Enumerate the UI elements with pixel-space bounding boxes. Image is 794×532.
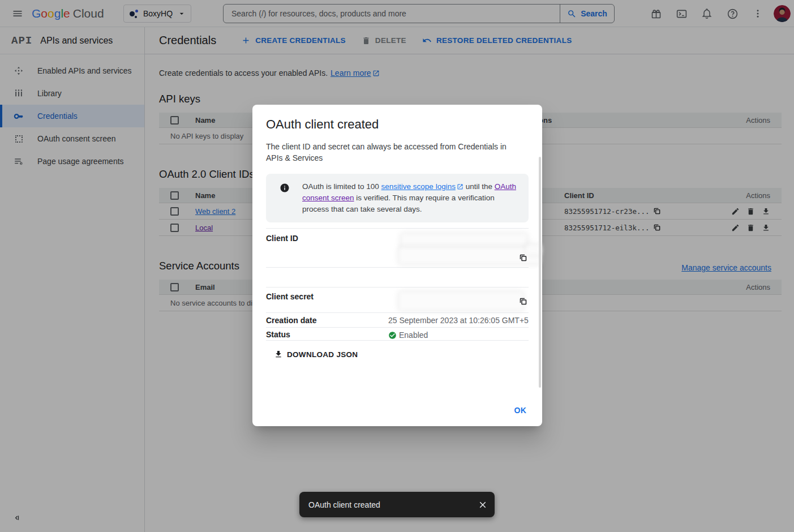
- copy-client-id-icon[interactable]: [519, 254, 527, 264]
- info-icon: [280, 183, 290, 195]
- copy-client-secret-icon[interactable]: [519, 297, 527, 308]
- creation-date-value: 25 September 2023 at 10:26:05 GMT+5: [388, 316, 529, 327]
- creation-date-label: Creation date: [266, 316, 388, 327]
- client-id-label: Client ID: [266, 234, 388, 267]
- client-id-row: Client ID: [266, 228, 529, 267]
- status-row: Status Enabled: [266, 327, 529, 341]
- oauth-client-created-dialog: OAuth client created The client ID and s…: [252, 105, 542, 426]
- ok-button[interactable]: OK: [514, 406, 527, 415]
- status-value: Enabled: [399, 331, 428, 340]
- sensitive-scope-logins-link[interactable]: sensitive scope logins: [381, 182, 456, 191]
- check-circle-icon: [388, 331, 397, 340]
- notice-text: OAuth is limited to 100 sensitive scope …: [302, 181, 520, 215]
- external-link-icon: [457, 183, 463, 190]
- google-cloud-console: Google Cloud BoxyHQ Search: [0, 0, 794, 532]
- toast-message: OAuth client created: [308, 500, 478, 509]
- client-id-value-redacted: [401, 234, 527, 249]
- client-secret-value-redacted: [399, 292, 523, 310]
- dialog-scrollbar[interactable]: [539, 157, 541, 388]
- download-json-button[interactable]: DOWNLOAD JSON: [266, 350, 529, 359]
- row-spacer: [266, 267, 529, 287]
- creation-date-row: Creation date 25 September 2023 at 10:26…: [266, 312, 529, 327]
- client-secret-row: Client secret: [266, 287, 529, 312]
- client-secret-label: Client secret: [266, 292, 388, 312]
- oauth-limit-notice: OAuth is limited to 100 sensitive scope …: [266, 174, 529, 222]
- dialog-body-text: The client ID and secret can always be a…: [266, 141, 518, 164]
- close-icon[interactable]: [478, 500, 488, 510]
- download-icon: [274, 350, 283, 359]
- dialog-fields: Client ID Client secret Creation date 25…: [266, 228, 529, 341]
- toast-snackbar: OAuth client created: [299, 492, 495, 517]
- status-label: Status: [266, 330, 388, 340]
- dialog-title: OAuth client created: [266, 117, 529, 132]
